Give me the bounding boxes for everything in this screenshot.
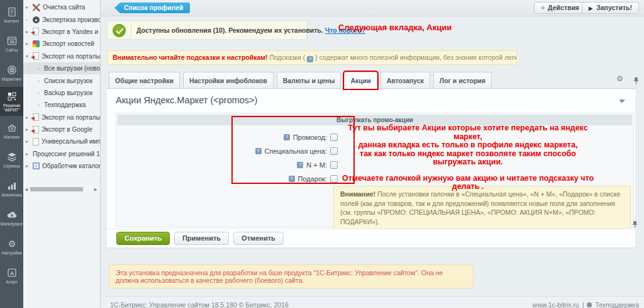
tab-bar: Общие настройки Настройки инфоблоков Вал… [107, 71, 635, 88]
rail-item-shop[interactable]: Магазин [0, 116, 23, 145]
rail-item-label: Контент [4, 19, 19, 23]
divider [131, 23, 131, 37]
top-toolbar: Список профилей Действия Запустить! [101, 0, 644, 16]
sidebar-item-catalog-handler[interactable]: Обработчик каталога [23, 160, 100, 172]
hints-warning-text2: ) содержат много полезной информации, бе… [313, 54, 517, 61]
bullet-icon [38, 91, 44, 95]
attention-text: После установки галочки в «Специальная ц… [340, 190, 620, 225]
page-title: Акции Яндекс.Маркет (<promos>) [116, 95, 257, 105]
n-plus-m-checkbox[interactable] [330, 161, 338, 169]
expand-arrow-icon[interactable] [26, 151, 33, 157]
rail-item-services[interactable]: Сервисы [0, 145, 23, 174]
gear-icon: ⚙ [6, 238, 18, 249]
sidebar-item-unload-list[interactable]: Список выгрузок [23, 74, 100, 86]
tree-item-label: Экспорт в Yandex и Google [42, 28, 100, 35]
hints-warning-text: Подсказки ( [268, 54, 308, 61]
apply-button[interactable]: Применить [174, 232, 229, 245]
field-n-plus-m: N + M: [116, 160, 338, 170]
google-icon [33, 40, 40, 47]
help-icon[interactable] [284, 134, 290, 140]
tab-infoblocks[interactable]: Настройки инфоблоков [183, 72, 274, 88]
rail-item-akrit-solutions[interactable]: Решения "АКРИТ" [0, 87, 23, 116]
scroll-right-icon[interactable]: ▶ [94, 187, 97, 192]
sidebar-item-performance[interactable]: Экспертиза производительности [23, 13, 100, 25]
sidebar-item-support[interactable]: Техподдержка [23, 99, 100, 111]
rail-item-label: Маркетинг [2, 77, 22, 81]
sidebar-item-processing-solutions[interactable]: Процессинг решений 1С-Битр [23, 148, 100, 160]
tree-item-label: Очистка сайта [43, 4, 85, 11]
export-doc-icon [33, 28, 39, 35]
footer-copyright: 1С-Битрикс: Управление сайтом 18.5.180 ©… [110, 301, 289, 308]
rail-item-label: Настройки [2, 251, 22, 255]
bullet-icon [38, 79, 44, 83]
support-link[interactable]: Техподдержка [595, 301, 639, 308]
run-button[interactable]: Запустить! [582, 2, 639, 14]
sidebar-item-export-news[interactable]: Экспорт новостей [23, 38, 100, 50]
bitrix-site-link[interactable]: www.1c-bitrix.ru [533, 301, 579, 308]
tab-promos[interactable]: Акции [344, 72, 377, 89]
save-button[interactable]: Сохранить [116, 232, 170, 245]
sidebar-item-export-google[interactable]: Экспорт в Google [23, 123, 100, 135]
tree-item-label: Экспорт на порталы [42, 53, 100, 60]
expand-arrow-icon[interactable] [26, 4, 33, 10]
rail-item-aspro[interactable]: A Аспро [0, 261, 23, 290]
basket-icon [6, 122, 18, 134]
help-icon[interactable] [255, 148, 262, 154]
sidebar-item-export-yandex-google[interactable]: Экспорт в Yandex и Google [23, 26, 100, 38]
rail-item-sites[interactable]: 24 Сайты [0, 29, 23, 58]
section-header: Выгружать промо-акции [118, 115, 632, 125]
rail-item-content[interactable]: Контент [0, 0, 23, 29]
promocode-checkbox[interactable] [330, 134, 338, 141]
gift-checkbox[interactable] [330, 175, 338, 183]
pin-icon[interactable] [632, 220, 638, 231]
sidebar-item-site-cleanup[interactable]: Очистка сайта [23, 1, 100, 13]
rail-item-marketplace[interactable]: Marketplace [0, 203, 23, 232]
rail-item-marketing[interactable]: Маркетинг [0, 58, 23, 87]
sidebar-item-universal-import[interactable]: Универсальный импорт [23, 135, 100, 147]
dev-license-banner: Эта установка предназначена для разработ… [109, 265, 474, 288]
rail-item-analytics[interactable]: Аналитика [0, 174, 23, 203]
help-icon[interactable] [289, 176, 295, 182]
attention-note: Внимание! После установки галочки в «Спе… [333, 186, 631, 231]
cancel-button[interactable]: Отменить [233, 232, 284, 245]
pin-icon[interactable] [633, 76, 639, 88]
hints-warning-bar: Внимательно читайте подсказки к настройк… [107, 50, 517, 65]
export-doc-icon [33, 113, 39, 121]
collapse-chevron-icon[interactable] [619, 100, 625, 103]
expand-arrow-icon[interactable] [26, 41, 33, 47]
aspro-logo-icon: A [6, 267, 18, 278]
updates-message: Доступны обновления (10). Рекомендуем их… [136, 26, 323, 34]
rail-item-label: Сервисы [3, 164, 20, 168]
tab-autorun[interactable]: Автозапуск [380, 72, 430, 88]
help-icon[interactable] [297, 162, 303, 168]
updates-text: Доступны обновления (10). Рекомендуем их… [136, 21, 365, 39]
horizontal-scrollbar[interactable]: ◀ ▶ [25, 186, 97, 192]
icon-sidebar: Контент 24 Сайты Маркетинг Решения "АКРИ… [0, 0, 23, 308]
rail-item-label: Решения "АКРИТ" [0, 103, 23, 112]
tab-log-history[interactable]: Лог и история [433, 72, 492, 88]
calendar-icon: 24 [6, 35, 18, 47]
scrollbar-thumb[interactable] [30, 187, 83, 191]
sidebar-item-all-unloads-new[interactable]: Все выгрузки (новое) [23, 62, 100, 74]
expand-arrow-icon[interactable] [26, 139, 33, 144]
tab-general[interactable]: Общие настройки [109, 72, 180, 88]
profiles-list-button[interactable]: Список профилей [114, 3, 190, 13]
field-label: N + M: [306, 161, 327, 169]
sidebar-item-backup-unloads[interactable]: Backup выгрузок [23, 87, 100, 99]
rail-item-label: Аналитика [1, 193, 21, 197]
rail-item-settings[interactable]: ⚙ Настройки [0, 232, 23, 261]
tab-currencies[interactable]: Валюты и цены [277, 72, 341, 88]
document-icon [6, 6, 18, 18]
special-price-checkbox[interactable] [330, 147, 338, 155]
attention-bold: Внимание! [340, 190, 375, 198]
expand-arrow-icon[interactable] [26, 163, 33, 169]
bullet-icon [38, 103, 44, 107]
tree-item-label: Экспорт новостей [42, 40, 94, 47]
tree-sidebar: Очистка сайта Экспертиза производительно… [23, 0, 101, 308]
form-settings-gear-icon[interactable] [616, 74, 623, 83]
rail-item-label: Marketplace [1, 222, 23, 226]
export-doc-icon [33, 126, 39, 134]
sidebar-item-export-portals[interactable]: Экспорт на порталы [23, 50, 100, 62]
scroll-left-icon[interactable]: ◀ [25, 187, 28, 192]
sidebar-item-export-portals-api[interactable]: Экспорт на порталы + API [23, 111, 100, 123]
